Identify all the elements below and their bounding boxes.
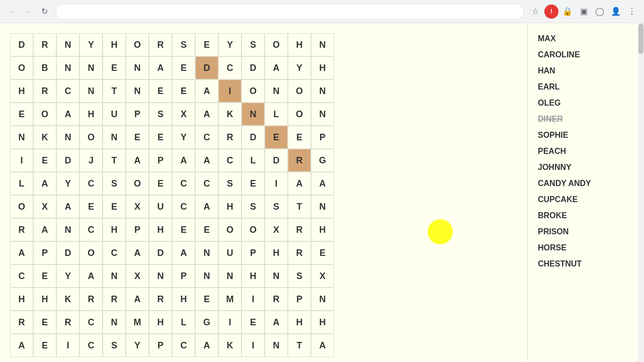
grid-cell[interactable]: R xyxy=(149,33,172,56)
grid-cell[interactable]: E xyxy=(195,33,218,56)
word-list-item[interactable]: CANDY ANDY xyxy=(538,175,628,192)
forward-button[interactable]: → xyxy=(21,5,35,19)
grid-cell[interactable]: O xyxy=(242,79,265,103)
grid-cell[interactable]: N xyxy=(265,334,288,357)
grid-cell[interactable]: E xyxy=(242,311,265,334)
grid-cell[interactable]: N xyxy=(311,195,334,218)
grid-cell[interactable]: N xyxy=(56,126,79,149)
grid-cell[interactable]: I xyxy=(10,149,33,172)
grid-cell[interactable]: E xyxy=(149,79,172,103)
grid-cell[interactable]: C xyxy=(79,311,103,334)
back-button[interactable]: ← xyxy=(5,5,19,19)
grid-cell[interactable]: C xyxy=(10,264,33,288)
grid-cell[interactable]: K xyxy=(218,103,242,126)
grid-cell[interactable]: X xyxy=(265,218,288,241)
grid-cell[interactable]: M xyxy=(218,288,242,311)
grid-cell[interactable]: A xyxy=(265,311,288,334)
word-list-item[interactable]: OLEG xyxy=(538,95,628,111)
grid-cell[interactable]: K xyxy=(56,288,79,311)
scrollbar-thumb[interactable] xyxy=(638,24,643,54)
grid-cell[interactable]: A xyxy=(265,56,288,79)
grid-cell[interactable]: N xyxy=(311,288,334,311)
grid-cell[interactable]: S xyxy=(149,103,172,126)
word-list-item[interactable]: CUPCAKE xyxy=(538,192,628,208)
grid-cell[interactable]: L xyxy=(242,149,265,172)
grid-cell[interactable]: H xyxy=(33,288,56,311)
word-list-item[interactable]: HAN xyxy=(538,63,628,79)
grid-cell[interactable]: O xyxy=(126,33,149,56)
grid-cell[interactable]: A xyxy=(195,334,218,357)
grid-cell[interactable]: H xyxy=(149,218,172,241)
grid-cell[interactable]: H xyxy=(149,311,172,334)
grid-cell[interactable]: A xyxy=(126,241,149,264)
grid-cell[interactable]: N xyxy=(195,241,218,264)
grid-cell[interactable]: J xyxy=(79,149,103,172)
word-list-item[interactable]: BROKE xyxy=(538,208,628,224)
grid-cell[interactable]: Y xyxy=(79,33,103,56)
grid-cell[interactable]: E xyxy=(126,126,149,149)
grid-cell[interactable]: Y xyxy=(56,264,79,288)
grid-cell[interactable]: A xyxy=(172,149,195,172)
grid-cell[interactable]: N xyxy=(10,126,33,149)
word-list-item[interactable]: JOHNNY xyxy=(538,159,628,175)
grid-cell[interactable]: P xyxy=(126,218,149,241)
grid-cell[interactable]: U xyxy=(218,241,242,264)
word-list-item[interactable]: SOPHIE xyxy=(538,127,628,143)
grid-cell[interactable]: P xyxy=(33,241,56,264)
grid-cell[interactable]: E xyxy=(33,334,56,357)
grid-cell[interactable]: A xyxy=(195,103,218,126)
grid-cell[interactable]: K xyxy=(33,126,56,149)
grid-cell[interactable]: H xyxy=(288,33,311,56)
grid-cell[interactable]: X xyxy=(126,264,149,288)
grid-cell[interactable]: O xyxy=(33,103,56,126)
grid-cell[interactable]: Y xyxy=(218,33,242,56)
grid-cell[interactable]: H xyxy=(79,103,103,126)
grid-cell[interactable]: I xyxy=(218,311,242,334)
grid-cell[interactable]: R xyxy=(265,288,288,311)
grid-cell[interactable]: D xyxy=(10,33,33,56)
grid-cell[interactable]: X xyxy=(172,103,195,126)
grid-cell[interactable]: X xyxy=(311,264,334,288)
scrollbar-track[interactable] xyxy=(638,23,644,362)
grid-cell[interactable]: N xyxy=(218,264,242,288)
grid-cell[interactable]: G xyxy=(195,311,218,334)
grid-cell[interactable]: U xyxy=(149,195,172,218)
grid-cell[interactable]: H xyxy=(265,241,288,264)
grid-cell[interactable]: T xyxy=(288,334,311,357)
grid-cell[interactable]: O xyxy=(265,33,288,56)
address-bar[interactable] xyxy=(55,4,524,20)
grid-cell[interactable]: A xyxy=(33,172,56,195)
grid-cell[interactable]: O xyxy=(79,241,103,264)
grid-cell[interactable]: R xyxy=(10,218,33,241)
grid-cell[interactable]: O xyxy=(288,103,311,126)
grid-cell[interactable]: R xyxy=(218,126,242,149)
grid-cell[interactable]: D xyxy=(242,126,265,149)
grid-cell[interactable]: N xyxy=(242,103,265,126)
grid-cell[interactable]: A xyxy=(172,241,195,264)
grid-cell[interactable]: I xyxy=(265,172,288,195)
grid-cell[interactable]: N xyxy=(79,79,103,103)
grid-cell[interactable]: N xyxy=(56,33,79,56)
menu-button[interactable]: ⋮ xyxy=(625,5,639,19)
shield-button[interactable]: 🔒 xyxy=(560,5,575,19)
grid-cell[interactable]: C xyxy=(218,149,242,172)
grid-cell[interactable]: A xyxy=(10,241,33,264)
grid-cell[interactable]: E xyxy=(195,218,218,241)
grid-cell[interactable]: D xyxy=(56,149,79,172)
grid-cell[interactable]: C xyxy=(79,334,103,357)
grid-cell[interactable]: N xyxy=(265,264,288,288)
grid-cell[interactable]: E xyxy=(311,241,334,264)
grid-cell[interactable]: C xyxy=(172,172,195,195)
grid-cell[interactable]: K xyxy=(218,334,242,357)
word-list-item[interactable]: CHESTNUT xyxy=(538,256,628,272)
grid-cell[interactable]: R xyxy=(288,241,311,264)
grid-cell[interactable]: R xyxy=(10,311,33,334)
grid-cell[interactable]: D xyxy=(149,241,172,264)
grid-cell[interactable]: H xyxy=(242,264,265,288)
grid-cell[interactable]: L xyxy=(172,311,195,334)
grid-cell[interactable]: E xyxy=(103,195,126,218)
grid-cell[interactable]: S xyxy=(288,264,311,288)
grid-cell[interactable]: A xyxy=(195,149,218,172)
grid-cell[interactable]: U xyxy=(103,103,126,126)
word-list-item[interactable]: MAX xyxy=(538,31,628,47)
